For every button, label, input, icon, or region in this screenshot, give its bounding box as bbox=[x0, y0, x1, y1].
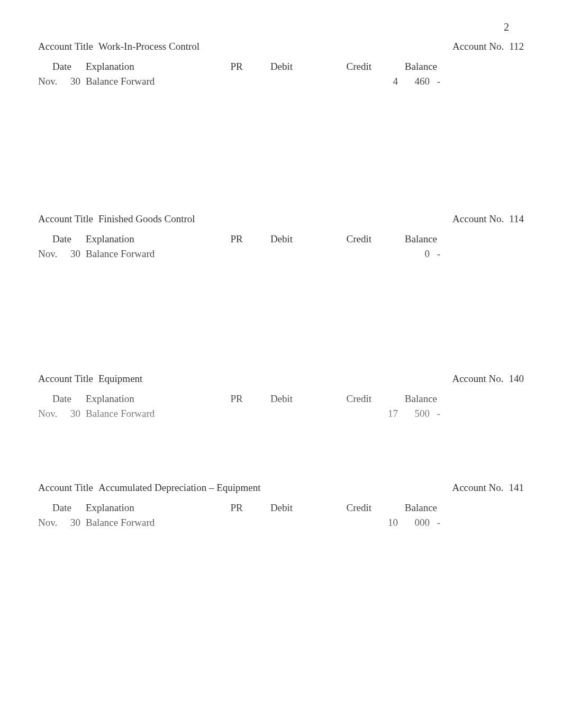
table-row bbox=[36, 177, 526, 190]
cell-day: 30 bbox=[65, 517, 86, 529]
col-debit: Debit bbox=[250, 233, 313, 245]
table-row bbox=[36, 421, 526, 433]
cell-explanation: Balance Forward bbox=[86, 517, 223, 529]
table-row bbox=[36, 542, 526, 555]
col-balance: Balance bbox=[377, 393, 440, 405]
account-title-label: Account Title bbox=[38, 373, 93, 385]
col-balance: Balance bbox=[377, 502, 440, 514]
table-row: Nov.30Balance Forward10000- bbox=[36, 516, 526, 530]
cell-balance-dash: - bbox=[430, 248, 440, 260]
table-row bbox=[36, 580, 526, 593]
account-no-label: Account No. bbox=[452, 213, 504, 225]
col-credit: Credit bbox=[313, 61, 377, 72]
col-pr: PR bbox=[223, 502, 250, 514]
cell-explanation: Balance Forward bbox=[86, 76, 223, 87]
ledger-header: Account TitleFinished Goods ControlAccou… bbox=[36, 213, 526, 225]
table-row bbox=[36, 152, 526, 165]
cell-balance-thousands: 4 bbox=[377, 76, 398, 87]
table-row bbox=[36, 139, 526, 152]
table-row bbox=[36, 446, 526, 459]
col-explanation: Explanation bbox=[86, 233, 223, 245]
table-row bbox=[36, 114, 526, 126]
col-pr: PR bbox=[223, 233, 250, 245]
account-no-label: Account No. bbox=[452, 482, 503, 494]
table-row bbox=[36, 555, 526, 568]
ledger-card: Account TitleFinished Goods ControlAccou… bbox=[32, 210, 530, 350]
cell-month: Nov. bbox=[38, 76, 65, 87]
cell-month: Nov. bbox=[38, 408, 65, 420]
account-no-value: 112 bbox=[509, 41, 524, 52]
col-debit: Debit bbox=[250, 393, 313, 405]
col-credit: Credit bbox=[313, 393, 377, 405]
account-title-value: Finished Goods Control bbox=[98, 213, 195, 225]
table-row bbox=[36, 165, 526, 177]
table-row bbox=[36, 312, 526, 324]
cell-day: 30 bbox=[65, 408, 86, 420]
ledger-card: Account TitleAccumulated Depreciation – … bbox=[32, 479, 530, 593]
column-headers: DateExplanationPRDebitCreditBalance bbox=[36, 392, 526, 406]
cell-balance-hundreds: 500 bbox=[398, 408, 430, 420]
table-row bbox=[36, 88, 526, 101]
account-no-value: 141 bbox=[509, 482, 524, 494]
cell-day: 30 bbox=[65, 248, 86, 260]
cell-balance-thousands: 17 bbox=[377, 408, 398, 420]
col-pr: PR bbox=[223, 61, 250, 72]
column-headers: DateExplanationPRDebitCreditBalance bbox=[36, 501, 526, 515]
col-date: Date bbox=[38, 61, 86, 72]
cell-month: Nov. bbox=[38, 248, 65, 260]
cell-balance-dash: - bbox=[430, 517, 440, 529]
account-title-value: Equipment bbox=[98, 373, 142, 385]
cell-balance-hundreds: 000 bbox=[398, 517, 430, 529]
ledger-header: Account TitleEquipmentAccount No.140 bbox=[36, 373, 526, 385]
table-row bbox=[36, 286, 526, 299]
ledger-card: Account TitleWork-In-Process ControlAcco… bbox=[32, 38, 530, 190]
account-no-value: 140 bbox=[509, 373, 524, 385]
cell-balance-thousands: 10 bbox=[377, 517, 398, 529]
column-headers: DateExplanationPRDebitCreditBalance bbox=[36, 232, 526, 246]
account-title-value: Accumulated Depreciation – Equipment bbox=[98, 482, 261, 494]
col-explanation: Explanation bbox=[86, 61, 223, 72]
col-pr: PR bbox=[223, 393, 250, 405]
table-row bbox=[36, 261, 526, 274]
table-row bbox=[36, 433, 526, 446]
account-no-label: Account No. bbox=[452, 373, 503, 385]
col-balance: Balance bbox=[377, 233, 440, 245]
account-title-value: Work-In-Process Control bbox=[98, 41, 200, 52]
col-balance: Balance bbox=[377, 61, 440, 72]
table-row bbox=[36, 530, 526, 542]
col-explanation: Explanation bbox=[86, 393, 223, 405]
col-credit: Credit bbox=[313, 502, 377, 514]
table-row bbox=[36, 274, 526, 286]
col-date: Date bbox=[38, 393, 86, 405]
account-title-label: Account Title bbox=[38, 41, 93, 52]
cell-balance-hundreds: 0 bbox=[398, 248, 430, 260]
cell-explanation: Balance Forward bbox=[86, 248, 223, 260]
ledger-header: Account TitleAccumulated Depreciation – … bbox=[36, 482, 526, 494]
account-title-label: Account Title bbox=[38, 213, 93, 225]
col-explanation: Explanation bbox=[86, 502, 223, 514]
table-row bbox=[36, 299, 526, 312]
page-number: 2 bbox=[32, 21, 530, 33]
account-no-label: Account No. bbox=[452, 41, 504, 52]
col-debit: Debit bbox=[250, 61, 313, 72]
table-row bbox=[36, 337, 526, 350]
account-no-value: 114 bbox=[509, 213, 524, 225]
cell-day: 30 bbox=[65, 76, 86, 87]
ledgers-container: Account TitleWork-In-Process ControlAcco… bbox=[32, 38, 530, 593]
cell-explanation: Balance Forward bbox=[86, 408, 223, 420]
table-row bbox=[36, 324, 526, 337]
ledger-card: Account TitleEquipmentAccount No.140Date… bbox=[32, 370, 530, 459]
cell-month: Nov. bbox=[38, 517, 65, 529]
table-row bbox=[36, 126, 526, 139]
column-headers: DateExplanationPRDebitCreditBalance bbox=[36, 60, 526, 74]
col-date: Date bbox=[38, 502, 86, 514]
col-date: Date bbox=[38, 233, 86, 245]
ledger-header: Account TitleWork-In-Process ControlAcco… bbox=[36, 41, 526, 52]
cell-balance-hundreds: 460 bbox=[398, 76, 430, 87]
table-row bbox=[36, 101, 526, 114]
table-row: Nov.30Balance Forward17500- bbox=[36, 407, 526, 421]
col-debit: Debit bbox=[250, 502, 313, 514]
account-title-label: Account Title bbox=[38, 482, 93, 494]
table-row bbox=[36, 568, 526, 580]
cell-balance-dash: - bbox=[430, 76, 440, 87]
